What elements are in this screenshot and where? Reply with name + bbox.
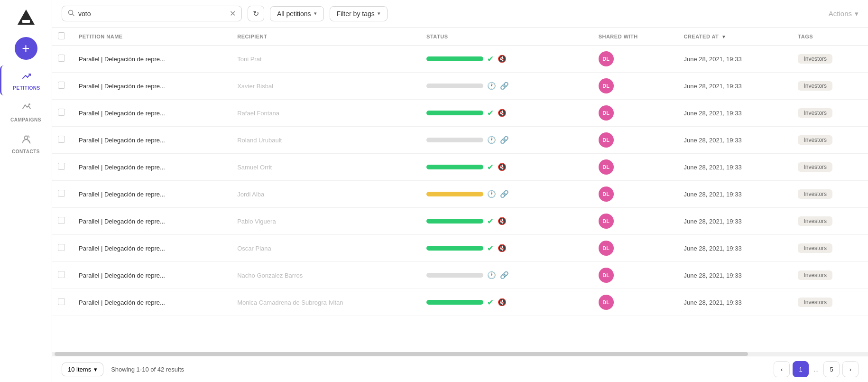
sidebar-item-petitions[interactable]: PETITIONS [0,65,52,95]
row-checkbox[interactable] [58,109,65,116]
scrollbar-thumb [55,352,748,356]
avatar: DL [599,105,614,121]
sidebar-item-contacts[interactable]: CONTACTS [0,129,52,159]
search-icon [68,9,74,18]
campaigns-icon [21,102,31,115]
page-last-button[interactable]: 5 [823,361,840,377]
share-pending-icon: 🔗 [500,271,509,280]
status-bar [426,246,483,251]
status-cell: 🕐🔗 [426,271,583,280]
recipient-name: Roland Urubault [237,137,282,144]
status-cell: ✔🔇 [426,108,583,118]
avatar: DL [599,241,614,256]
avatar: DL [599,295,614,310]
table-row: Parallel | Delegación de repre...Xavier … [52,73,868,100]
petition-name: Parallel | Delegación de repre... [79,245,165,252]
table-row: Parallel | Delegación de repre...Monica … [52,289,868,316]
table-row: Parallel | Delegación de repre...Nacho G… [52,262,868,289]
checkmark-icon: ✔ [487,54,494,64]
checkmark-icon: ✔ [487,298,494,307]
row-checkbox[interactable] [58,217,65,224]
status-bar [426,273,483,278]
row-checkbox[interactable] [58,298,65,305]
recipient-name: Pablo Viguera [237,218,276,225]
filter-by-tags-label: Filter by tags [337,10,375,18]
sort-icon: ▼ [721,34,726,39]
row-checkbox[interactable] [58,82,65,89]
items-count-label: 10 items [68,366,91,373]
row-checkbox[interactable] [58,136,65,143]
tag-badge: Investors [798,270,832,280]
horizontal-scrollbar[interactable] [52,352,868,356]
petition-name: Parallel | Delegación de repre... [79,56,165,63]
created-at-value: June 28, 2021, 19:33 [683,272,741,279]
row-checkbox[interactable] [58,190,65,197]
showing-results-text: Showing 1-10 of 42 results [111,366,184,373]
items-per-page-select[interactable]: 10 items ▾ [62,363,103,376]
tag-badge: Investors [798,243,832,253]
svg-point-2 [28,103,30,105]
petition-name: Parallel | Delegación de repre... [79,272,165,279]
created-at-value: June 28, 2021, 19:33 [683,218,741,225]
created-at-value: June 28, 2021, 19:33 [683,164,741,171]
created-at-value: June 28, 2021, 19:33 [683,191,741,198]
no-share-icon: 🔇 [498,244,507,252]
clock-icon: 🕐 [487,136,496,144]
row-checkbox[interactable] [58,55,65,62]
next-page-button[interactable]: › [842,361,859,377]
all-petitions-filter[interactable]: All petitions ▾ [270,6,324,21]
chevron-down-icon: ▾ [314,10,317,17]
petition-name: Parallel | Delegación de repre... [79,83,165,90]
clock-icon: 🕐 [487,82,496,90]
page-1-button[interactable]: 1 [793,361,809,377]
petitions-table: PETITION NAME RECIPIENT STATUS SHARED WI… [52,28,868,316]
status-bar [426,84,483,88]
status-cell: ✔🔇 [426,298,583,307]
select-all-checkbox[interactable] [58,32,65,39]
table-row: Parallel | Delegación de repre...Oscar P… [52,235,868,262]
checkmark-icon: ✔ [487,162,494,172]
filter-by-tags-button[interactable]: Filter by tags ▾ [330,6,388,21]
search-box: ✕ [62,6,242,21]
created-at-value: June 28, 2021, 19:33 [683,56,741,63]
table-row: Parallel | Delegación de repre...Samuel … [52,154,868,181]
status-bar [426,138,483,142]
petition-name: Parallel | Delegación de repre... [79,137,165,144]
sidebar-item-label-campaigns: CAMPAIGNS [10,117,41,122]
row-checkbox[interactable] [58,271,65,278]
row-checkbox[interactable] [58,244,65,251]
contacts-icon [21,134,31,147]
prev-page-button[interactable]: ‹ [774,361,790,377]
status-cell: 🕐🔗 [426,82,583,90]
created-at-value: June 28, 2021, 19:33 [683,137,741,144]
created-at-value: June 28, 2021, 19:33 [683,299,741,306]
search-input[interactable] [78,10,226,18]
table-row: Parallel | Delegación de repre...Rafael … [52,100,868,127]
petition-name: Parallel | Delegación de repre... [79,110,165,117]
table-row: Parallel | Delegación de repre...Roland … [52,127,868,154]
avatar: DL [599,159,614,175]
checkmark-icon: ✔ [487,216,494,226]
avatar: DL [599,132,614,148]
status-cell: ✔🔇 [426,54,583,64]
petitions-icon [21,70,32,84]
status-bar [426,219,483,224]
clear-search-button[interactable]: ✕ [230,9,236,18]
recipient-name: Oscar Plana [237,245,271,252]
recipient-name: Toni Prat [237,56,261,63]
row-checkbox[interactable] [58,163,65,170]
sidebar-item-campaigns[interactable]: CAMPAIGNS [0,97,52,127]
table-row: Parallel | Delegación de repre...Toni Pr… [52,46,868,73]
svg-rect-1 [22,20,30,23]
created-at-value: June 28, 2021, 19:33 [683,110,741,117]
add-button[interactable]: + [15,37,37,60]
topbar: ✕ ↻ All petitions ▾ Filter by tags ▾ Act… [52,0,868,28]
recipient-name: Monica Camadrena de Subrogra Ivitan [237,299,343,306]
petition-name: Parallel | Delegación de repre... [79,299,165,306]
actions-button[interactable]: Actions ▾ [829,9,859,18]
col-petition-name: PETITION NAME [71,28,230,46]
status-cell: ✔🔇 [426,162,583,172]
checkmark-icon: ✔ [487,243,494,253]
refresh-button[interactable]: ↻ [248,6,264,21]
pagination: ‹ 1 ... 5 › [774,361,859,377]
